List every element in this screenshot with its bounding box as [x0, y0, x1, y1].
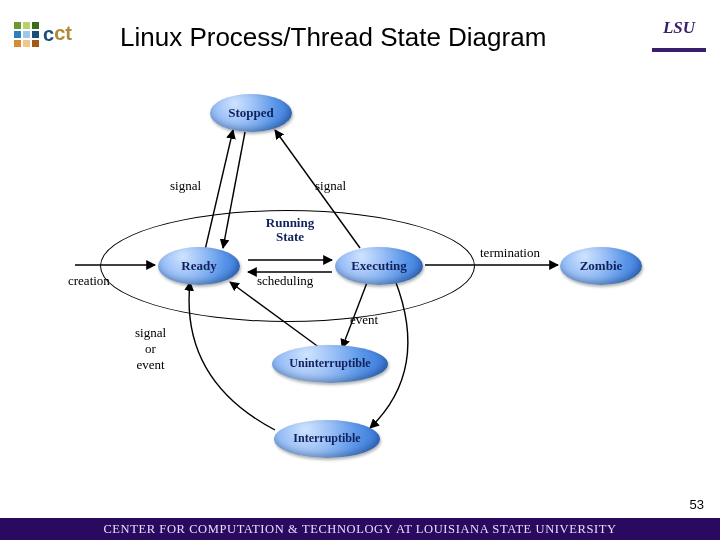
page-title: Linux Process/Thread State Diagram [120, 22, 546, 53]
cct-squares-icon [14, 22, 39, 47]
footer-bar: CENTER FOR COMPUTATION & TECHNOLOGY AT L… [0, 518, 720, 540]
label-signal-right: signal [315, 178, 346, 194]
label-signal-or-event: signal or event [135, 325, 166, 373]
label-event: event [350, 312, 378, 328]
running-state-title: Running State [260, 216, 320, 245]
cct-logo-letter-c1: c [43, 23, 54, 46]
label-termination: termination [480, 245, 540, 261]
page-number: 53 [690, 497, 704, 512]
node-zombie: Zombie [560, 247, 642, 285]
node-stopped: Stopped [210, 94, 292, 132]
node-ready: Ready [158, 247, 240, 285]
node-interruptible: Interruptible [274, 420, 380, 458]
lsu-logo: LSU [652, 8, 706, 52]
cct-logo: c ct [14, 14, 110, 54]
label-signal-left: signal [170, 178, 201, 194]
label-creation: creation [68, 273, 110, 289]
node-uninterruptible: Uninterruptible [272, 345, 388, 383]
node-executing: Executing [335, 247, 423, 285]
cct-logo-ct: ct [54, 22, 72, 45]
state-diagram: Running State Stopped Ready Executing Zo… [60, 80, 680, 470]
label-scheduling: scheduling [257, 273, 313, 289]
